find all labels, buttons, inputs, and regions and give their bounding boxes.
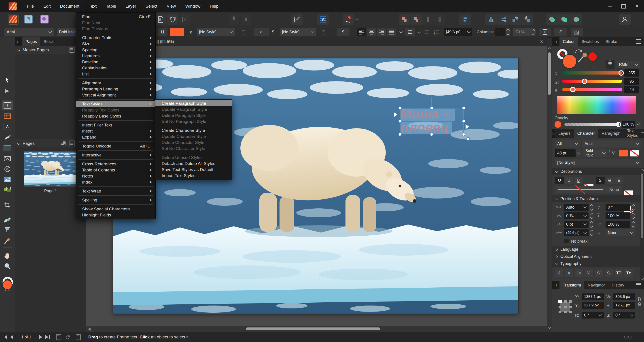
column-gutter-field[interactable]: 50 % bbox=[513, 28, 531, 36]
menu-document[interactable]: Document bbox=[55, 0, 84, 12]
sync-view-icon[interactable] bbox=[65, 334, 71, 339]
x-field[interactable]: 1357,1 px bbox=[582, 293, 604, 300]
resize-handle-bl[interactable] bbox=[398, 133, 402, 136]
baseline-select[interactable]: 0 pt bbox=[564, 221, 588, 228]
baseline-stepper[interactable] bbox=[590, 221, 594, 228]
menu-layer[interactable]: Layer bbox=[121, 0, 141, 12]
maximize-icon[interactable] bbox=[620, 3, 628, 10]
float-object-icon[interactable] bbox=[240, 14, 251, 25]
anchor-point-selector[interactable] bbox=[558, 300, 572, 313]
document-page[interactable] bbox=[113, 58, 518, 313]
submenu-item-create-character-style[interactable]: Create Character Style bbox=[156, 127, 232, 133]
flip-horizontal-icon[interactable] bbox=[485, 14, 497, 25]
panel-collapse-icon[interactable]: II bbox=[552, 129, 555, 138]
menu-item-insert-filler-text[interactable]: Insert Filler Text bbox=[76, 122, 156, 128]
gutter-stepper[interactable] bbox=[531, 28, 536, 36]
kerning-select[interactable]: Auto bbox=[564, 204, 588, 211]
green-slider-knob[interactable] bbox=[582, 79, 587, 84]
show-histogram-icon[interactable] bbox=[571, 28, 583, 36]
shear-select[interactable]: 0 ° bbox=[613, 312, 635, 318]
typo-row2-button[interactable]: ... bbox=[584, 279, 593, 281]
link-dimensions-icon[interactable] bbox=[638, 297, 642, 306]
move-to-front-icon[interactable] bbox=[422, 14, 434, 25]
script-select[interactable]: None bbox=[606, 229, 635, 236]
rotate-cw-icon[interactable] bbox=[522, 14, 533, 25]
collapse-chevron-icon[interactable] bbox=[17, 142, 20, 145]
paragraph-leading-icon[interactable] bbox=[405, 28, 415, 36]
menu-edit[interactable]: Edit bbox=[39, 0, 56, 12]
ligatures-button[interactable]: fi bbox=[554, 28, 567, 36]
tab-stroke[interactable]: Stroke bbox=[602, 37, 620, 46]
red-slider[interactable] bbox=[562, 71, 622, 75]
submenu-item-delete-paragraph-style[interactable]: Delete Paragraph Style bbox=[156, 112, 232, 118]
char-stroke-swatch[interactable] bbox=[630, 150, 639, 156]
page-thumbnail[interactable] bbox=[24, 152, 79, 186]
character-panel-scrollbar[interactable] bbox=[640, 168, 644, 281]
paragraph-button[interactable]: ¶ bbox=[337, 28, 350, 36]
fill-gradient-tool-icon[interactable] bbox=[2, 215, 13, 225]
tab-transform[interactable]: Transform bbox=[560, 281, 584, 289]
submenu-item-delete-unused-styles[interactable]: Delete Unused Styles bbox=[156, 154, 232, 160]
menu-table[interactable]: Table bbox=[101, 0, 121, 12]
menu-item-find-next[interactable]: Find Next bbox=[76, 20, 156, 26]
tab-colour[interactable]: Colour bbox=[560, 37, 578, 46]
tab-stock[interactable]: Stock bbox=[40, 37, 57, 46]
resize-handle-r[interactable] bbox=[462, 120, 465, 123]
pin-object-icon[interactable] bbox=[228, 14, 239, 25]
edit-bubble-icon[interactable] bbox=[291, 14, 303, 25]
menu-item-list[interactable]: List bbox=[76, 71, 156, 77]
v-scale-field[interactable]: 100 % bbox=[606, 221, 630, 228]
menu-item-expand[interactable]: Expand bbox=[76, 134, 156, 140]
rotate-ccw-icon[interactable] bbox=[510, 14, 521, 25]
lock-colour-icon[interactable] bbox=[606, 60, 614, 69]
first-page-icon[interactable] bbox=[3, 335, 7, 339]
menu-item-index[interactable]: Index bbox=[76, 179, 156, 185]
picture-frame-rect-tool-icon[interactable] bbox=[2, 154, 13, 164]
typo-row2-button[interactable]: gg bbox=[555, 279, 564, 281]
opacity-knob[interactable] bbox=[616, 122, 621, 127]
h-field[interactable]: 126,1 px bbox=[613, 302, 635, 309]
tab-navigator[interactable]: Navigator bbox=[584, 281, 608, 289]
menu-item-show-special-characters[interactable]: Show Special Characters bbox=[76, 206, 156, 212]
table-tool-icon[interactable] bbox=[2, 111, 13, 121]
typo-small-caps-button[interactable]: Tᴛ bbox=[624, 269, 633, 277]
leading-override-select[interactable]: (49,6 pt) bbox=[564, 229, 588, 236]
frame-properties-icon[interactable]: T bbox=[539, 28, 551, 36]
view-hand-tool-icon[interactable] bbox=[2, 251, 13, 261]
submenu-item-save-text-styles-as-default[interactable]: Save Text Styles as Default bbox=[156, 167, 232, 173]
section-position-transform[interactable]: Position & Transform bbox=[552, 195, 644, 202]
submenu-item-import-text-styles[interactable]: Import Text Styles... bbox=[156, 173, 232, 179]
colour-spectrum[interactable] bbox=[557, 96, 636, 114]
char-font-style-select[interactable]: Bold Italic bbox=[583, 149, 607, 157]
anchor-top-left[interactable] bbox=[558, 300, 562, 303]
colour-mode-select[interactable]: RGB bbox=[617, 61, 640, 68]
tab-character[interactable]: Character bbox=[574, 129, 598, 138]
previous-page-icon[interactable] bbox=[10, 335, 13, 339]
wrap-settings-icon[interactable] bbox=[155, 14, 166, 25]
section-decorations[interactable]: Decorations bbox=[552, 168, 644, 175]
opacity-value[interactable]: 100 % bbox=[622, 121, 634, 128]
resize-handle-b[interactable] bbox=[430, 133, 433, 136]
shear-stepper[interactable] bbox=[631, 204, 636, 211]
typo-subscript-button[interactable]: S. bbox=[605, 269, 613, 277]
char-font-size-field[interactable]: 48 pt bbox=[555, 149, 576, 157]
link-status-icon[interactable] bbox=[624, 335, 632, 339]
collapse-chevron-icon[interactable] bbox=[17, 48, 20, 52]
text-flow-in-arrow[interactable] bbox=[394, 112, 397, 117]
colour-picker-tool-icon[interactable] bbox=[2, 236, 13, 246]
menu-item-reapply-base-styles[interactable]: Reapply Base Styles bbox=[76, 113, 156, 119]
typo-all-caps-button[interactable]: TT bbox=[614, 269, 623, 277]
h-scale-stepper[interactable] bbox=[631, 212, 636, 219]
add-page-icon[interactable] bbox=[70, 141, 74, 146]
wrap-ignore-icon[interactable] bbox=[179, 14, 190, 25]
menu-item-alignment[interactable]: Alignment bbox=[76, 80, 156, 86]
typo-ordinals-button[interactable]: 1ˢᵗ bbox=[575, 269, 583, 277]
character-button[interactable]: a bbox=[254, 28, 269, 36]
minimize-icon[interactable] bbox=[606, 3, 614, 10]
character-style-select[interactable]: [No Style] bbox=[197, 28, 235, 36]
typo-superscript-button[interactable]: S˙ bbox=[595, 269, 603, 277]
panel-collapse-icon[interactable]: II bbox=[552, 281, 560, 289]
h-scale-field[interactable]: 100 % bbox=[606, 212, 630, 219]
char-font-family-select[interactable]: Arial bbox=[582, 140, 641, 148]
horizontal-scroll-thumb[interactable] bbox=[246, 327, 380, 330]
